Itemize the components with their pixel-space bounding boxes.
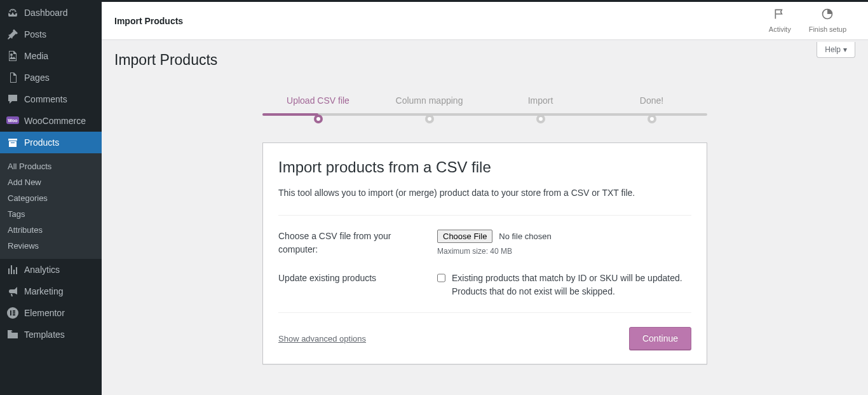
svg-rect-3 — [10, 310, 11, 315]
card-description: This tool allows you to import (or merge… — [278, 186, 691, 200]
main-header: Import Products Activity Finish setup — [102, 2, 868, 40]
step-upload: Upload CSV file — [262, 95, 374, 123]
continue-button[interactable]: Continue — [629, 327, 691, 350]
svg-rect-5 — [13, 312, 15, 314]
flag-icon — [769, 8, 791, 20]
pages-icon — [6, 71, 19, 84]
sidebar-item-label: WooCommerce — [24, 116, 86, 126]
sidebar-item-label: Marketing — [24, 286, 63, 296]
pin-icon — [6, 28, 19, 41]
sidebar-item-media[interactable]: Media — [0, 45, 102, 67]
elementor-icon — [6, 307, 19, 319]
file-label: Choose a CSV file from your computer: — [278, 230, 437, 256]
sidebar-item-elementor[interactable]: Elementor — [0, 302, 102, 324]
submenu-attributes[interactable]: Attributes — [0, 222, 102, 238]
submenu-tags[interactable]: Tags — [0, 206, 102, 222]
update-description: Existing products that match by ID or SK… — [452, 272, 691, 298]
media-icon — [6, 50, 19, 62]
sidebar-item-label: Pages — [24, 73, 50, 83]
step-label: Upload CSV file — [287, 95, 349, 106]
dashboard-icon — [6, 6, 19, 19]
sidebar-item-label: Comments — [24, 94, 67, 104]
step-dot — [648, 114, 656, 123]
update-checkbox-row[interactable]: Existing products that match by ID or SK… — [437, 272, 691, 298]
products-submenu: All Products Add New Categories Tags Att… — [0, 153, 102, 259]
submenu-add-new[interactable]: Add New — [0, 174, 102, 190]
step-label: Import — [528, 95, 553, 106]
svg-rect-6 — [13, 314, 15, 315]
header-title: Import Products — [114, 16, 183, 26]
step-mapping: Column mapping — [374, 95, 485, 123]
sidebar-item-pages[interactable]: Pages — [0, 67, 102, 88]
progress-icon — [809, 8, 846, 20]
sidebar-item-analytics[interactable]: Analytics — [0, 259, 102, 281]
sidebar-item-label: Products — [24, 137, 59, 148]
choose-file-button[interactable]: Choose File — [437, 230, 492, 243]
max-size-hint: Maximum size: 40 MB — [437, 247, 691, 256]
folder-icon — [6, 328, 19, 341]
finish-setup-label: Finish setup — [809, 25, 846, 33]
submenu-categories[interactable]: Categories — [0, 190, 102, 206]
file-status: No file chosen — [499, 232, 551, 241]
import-card: Import products from a CSV file This too… — [262, 142, 707, 364]
svg-rect-4 — [13, 310, 15, 312]
sidebar-item-dashboard[interactable]: Dashboard — [0, 2, 102, 24]
submenu-all-products[interactable]: All Products — [0, 158, 102, 174]
sidebar-item-templates[interactable]: Templates — [0, 324, 102, 345]
chart-icon — [6, 263, 19, 276]
step-dot — [536, 114, 545, 123]
sidebar-item-posts[interactable]: Posts — [0, 24, 102, 45]
activity-label: Activity — [769, 25, 791, 33]
megaphone-icon — [6, 285, 19, 298]
admin-sidebar: Dashboard Posts Media Pages Comments Woo… — [0, 2, 102, 395]
sidebar-item-label: Analytics — [24, 265, 60, 275]
sidebar-item-label: Elementor — [24, 308, 65, 318]
sidebar-item-marketing[interactable]: Marketing — [0, 281, 102, 302]
step-dot — [314, 114, 323, 123]
sidebar-item-label: Templates — [24, 329, 65, 340]
step-done: Done! — [596, 95, 707, 123]
show-advanced-link[interactable]: Show advanced options — [278, 334, 366, 343]
svg-text:Woo: Woo — [8, 118, 17, 123]
sidebar-item-comments[interactable]: Comments — [0, 88, 102, 110]
activity-button[interactable]: Activity — [760, 8, 800, 34]
sidebar-item-label: Dashboard — [24, 8, 68, 18]
sidebar-item-products[interactable]: Products — [0, 132, 102, 153]
step-label: Column mapping — [396, 95, 463, 106]
card-title: Import products from a CSV file — [278, 158, 691, 176]
import-stepper: Upload CSV file Column mapping Import Do… — [262, 95, 707, 123]
sidebar-item-label: Posts — [24, 29, 46, 39]
archive-icon — [6, 136, 19, 149]
chevron-down-icon: ▾ — [843, 45, 847, 54]
submenu-reviews[interactable]: Reviews — [0, 238, 102, 254]
finish-setup-button[interactable]: Finish setup — [800, 8, 855, 34]
page-title: Import Products — [114, 40, 855, 81]
sidebar-item-label: Media — [24, 51, 48, 61]
step-dot — [425, 114, 434, 123]
help-label: Help — [825, 45, 841, 54]
step-label: Done! — [640, 95, 663, 106]
update-label: Update existing products — [278, 272, 437, 298]
sidebar-item-woocommerce[interactable]: Woo WooCommerce — [0, 110, 102, 132]
help-tab[interactable]: Help ▾ — [817, 42, 855, 58]
woo-icon: Woo — [6, 114, 19, 127]
update-checkbox[interactable] — [437, 273, 445, 283]
step-import: Import — [485, 95, 596, 123]
comment-icon — [6, 93, 19, 106]
